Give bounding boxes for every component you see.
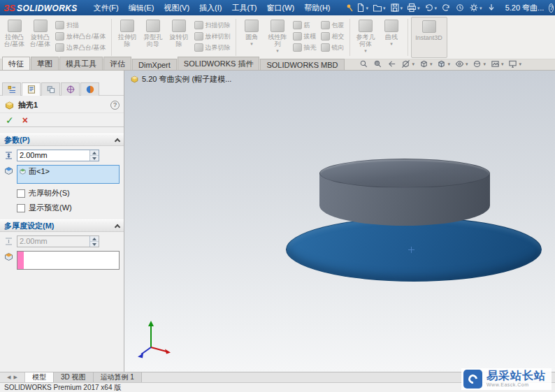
edit-appearance-icon[interactable]: ▾ bbox=[473, 59, 486, 68]
scroll-prev-icon[interactable]: ◀ bbox=[7, 375, 10, 380]
show-preview-checkbox-row[interactable]: 显示预览(W) bbox=[0, 198, 124, 213]
faces-to-remove-listbox[interactable]: 面<1> bbox=[17, 165, 120, 184]
tab-solidworks-mbd[interactable]: SOLIDWORKS MBD bbox=[260, 59, 344, 70]
tab-sketch[interactable]: 草图 bbox=[31, 57, 59, 70]
status-text: SOLIDWORKS Premium 2017 x64 版 bbox=[4, 383, 121, 392]
hat-crown-top-face[interactable] bbox=[319, 159, 490, 188]
view-orientation-icon[interactable]: ▾ bbox=[419, 59, 433, 68]
open-document-button[interactable]: ▾ bbox=[370, 2, 388, 13]
hide-show-items-icon[interactable]: ▾ bbox=[455, 59, 468, 68]
ribbon-wrap-button[interactable]: 包覆 bbox=[321, 21, 345, 29]
menu-file[interactable]: 文件(F) bbox=[89, 1, 124, 15]
cancel-button[interactable]: × bbox=[22, 115, 28, 125]
ribbon-linear-pattern-button[interactable]: 线性阵 列 ▾ bbox=[265, 17, 291, 58]
ribbon-reference-geometry-button[interactable]: 参考几 何体 ▾ bbox=[353, 17, 379, 58]
breadcrumb[interactable]: 5.20 弯曲实例 (帽子建模... bbox=[130, 74, 231, 85]
shell-outward-checkbox[interactable] bbox=[17, 189, 25, 198]
spin-up-button[interactable] bbox=[90, 150, 99, 155]
tab-featuremanager[interactable] bbox=[2, 82, 21, 96]
previous-view-icon[interactable] bbox=[387, 59, 396, 68]
multi-thickness-section-header[interactable]: 多厚度设定(M) bbox=[0, 219, 124, 232]
tab-features[interactable]: 特征 bbox=[2, 57, 30, 70]
help-icon[interactable]: ? bbox=[549, 3, 554, 13]
multi-thickness-spinner[interactable] bbox=[89, 236, 99, 247]
tab-motion-study-1[interactable]: 运动算例 1 bbox=[94, 372, 142, 382]
logo-mark: ЗS bbox=[3, 3, 15, 13]
parameters-section-header[interactable]: 参数(P) bbox=[0, 133, 124, 146]
save-button[interactable]: ▾ bbox=[388, 2, 405, 13]
zoom-area-icon[interactable] bbox=[373, 59, 382, 68]
apply-scene-icon[interactable]: ▾ bbox=[491, 59, 504, 68]
menu-insert[interactable]: 插入(I) bbox=[194, 1, 226, 15]
ribbon-rib-button[interactable]: 筋 bbox=[293, 21, 317, 29]
tab-propertymanager[interactable] bbox=[22, 82, 41, 96]
tab-solidworks-addins[interactable]: SOLIDWORKS 插件 bbox=[178, 57, 260, 70]
tab-configurationmanager[interactable] bbox=[41, 82, 60, 96]
ribbon-revolved-boss-button[interactable]: 旋转凸 台/基体 bbox=[27, 17, 53, 58]
menu-view[interactable]: 视图(V) bbox=[159, 1, 194, 15]
ribbon-hole-wizard-button[interactable]: 异型孔 向导 bbox=[140, 17, 166, 58]
spin-up-button[interactable] bbox=[90, 236, 99, 241]
pin-menu-icon[interactable] bbox=[345, 3, 354, 12]
print-button[interactable]: ▾ bbox=[405, 2, 422, 13]
ribbon-lofted-cut-button[interactable]: 放样切割 bbox=[194, 32, 231, 41]
tab-evaluate[interactable]: 评估 bbox=[103, 57, 131, 70]
ribbon-shell-button[interactable]: 抽壳 bbox=[293, 43, 317, 52]
show-preview-checkbox[interactable] bbox=[17, 204, 25, 212]
solidworks-logo: ЗS SOLIDWORKS bbox=[3, 3, 78, 13]
multi-thickness-input[interactable]: 2.00mm bbox=[17, 235, 99, 247]
display-style-icon[interactable]: ▾ bbox=[437, 59, 450, 68]
shell-outward-checkbox-row[interactable]: 壳厚朝外(S) bbox=[0, 184, 124, 198]
menu-window[interactable]: 窗口(W) bbox=[262, 1, 300, 15]
graphics-area[interactable]: 5.20 弯曲实例 (帽子建模... bbox=[124, 71, 555, 372]
redo-button[interactable] bbox=[439, 2, 453, 13]
undo-button[interactable]: ▾ bbox=[422, 2, 440, 13]
tab-displaymanager[interactable] bbox=[80, 82, 99, 96]
tab-3d-views[interactable]: 3D 视图 bbox=[54, 372, 94, 382]
zoom-fit-icon[interactable] bbox=[359, 59, 368, 68]
ribbon-revolved-cut-button[interactable]: 旋转切 除 bbox=[166, 17, 192, 58]
multi-thickness-faces-listbox[interactable] bbox=[17, 251, 120, 270]
menu-edit[interactable]: 编辑(E) bbox=[124, 1, 159, 15]
menu-tools[interactable]: 工具(T) bbox=[226, 1, 261, 15]
tab-dimxpert[interactable]: DimXpert bbox=[132, 59, 177, 70]
spin-down-button[interactable] bbox=[90, 241, 99, 247]
section-view-icon[interactable]: ▾ bbox=[401, 59, 415, 68]
ribbon-lofted-boss-button[interactable]: 放样凸台/基体 bbox=[55, 32, 106, 41]
new-document-button[interactable]: ▾ bbox=[354, 2, 371, 13]
tab-model[interactable]: 模型 bbox=[25, 372, 54, 382]
ribbon-mirror-button[interactable]: 镜向 bbox=[321, 43, 345, 52]
ribbon-boundary-cut-button[interactable]: 边界切除 bbox=[194, 43, 231, 52]
tab-mold-tools[interactable]: 模具工具 bbox=[59, 57, 103, 70]
panel-help-icon[interactable]: ? bbox=[110, 101, 120, 110]
menu-help[interactable]: 帮助(H) bbox=[299, 1, 335, 15]
ribbon-draft-button[interactable]: 拔模 bbox=[293, 32, 317, 41]
thickness-input[interactable]: 2.00mm bbox=[17, 150, 99, 161]
selected-face-item[interactable]: 面<1> bbox=[19, 166, 117, 177]
ribbon-boundary-boss-button[interactable]: 边界凸台/基体 bbox=[55, 43, 106, 52]
view-settings-icon[interactable]: ▾ bbox=[508, 59, 521, 68]
ribbon-fillet-button[interactable]: 圆角 ▾ bbox=[239, 17, 265, 58]
thickness-row: 2.00mm bbox=[0, 146, 124, 161]
caret-down-icon: ▾ bbox=[417, 6, 420, 10]
ok-button[interactable]: ✓ bbox=[6, 115, 14, 125]
ribbon-swept-boss-button[interactable]: 扫描 bbox=[55, 21, 106, 29]
ribbon-curves-button[interactable]: 曲线 ▾ bbox=[379, 17, 405, 58]
thickness-icon bbox=[3, 150, 14, 161]
ribbon-swept-cut-button[interactable]: 扫描切除 bbox=[194, 21, 231, 29]
tab-scroll-buttons[interactable]: ◀ ▶ bbox=[0, 372, 25, 382]
rebuild-button[interactable] bbox=[453, 2, 467, 13]
send-down-icon[interactable] bbox=[484, 2, 498, 13]
scroll-next-icon[interactable]: ▶ bbox=[14, 375, 17, 380]
ribbon-instant3d-button[interactable]: Instant3D bbox=[411, 17, 447, 58]
menu-bar: 文件(F) 编辑(E) 视图(V) 插入(I) 工具(T) 窗口(W) 帮助(H… bbox=[89, 1, 336, 15]
ribbon-separator bbox=[236, 19, 236, 56]
options-gear-button[interactable]: ▾ bbox=[467, 2, 484, 13]
tab-dimxpertmanager[interactable] bbox=[61, 82, 80, 96]
ribbon-intersect-button[interactable]: 相交 bbox=[321, 32, 345, 41]
spin-down-button[interactable] bbox=[90, 155, 99, 161]
ribbon-extruded-cut-button[interactable]: 拉伸切 除 bbox=[115, 17, 140, 58]
draft-icon bbox=[293, 32, 302, 41]
thickness-spinner[interactable] bbox=[89, 150, 99, 161]
ribbon-extruded-boss-button[interactable]: 拉伸凸 台/基体 bbox=[1, 17, 27, 58]
